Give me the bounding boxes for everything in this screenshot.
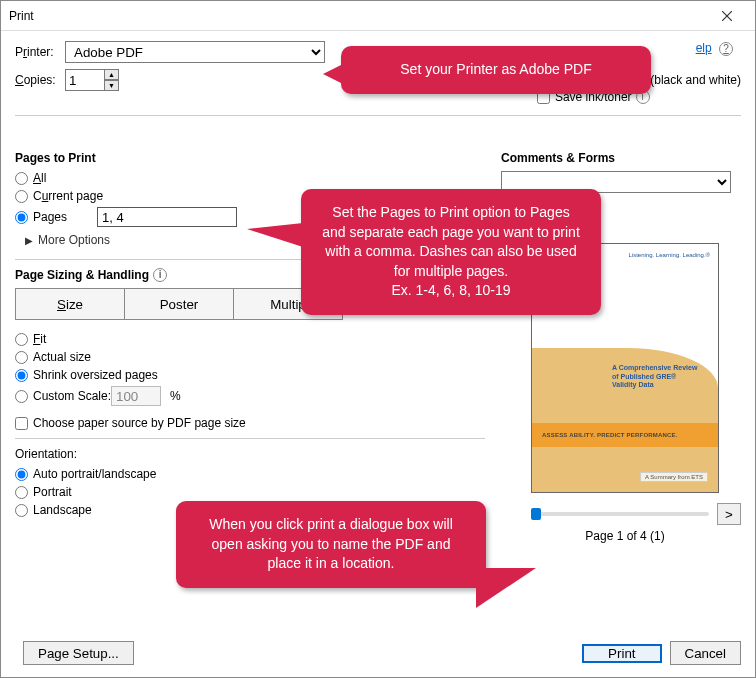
radio-auto-orient[interactable] — [15, 468, 28, 481]
copies-down[interactable]: ▼ — [104, 80, 119, 91]
size-button[interactable]: Size — [15, 288, 125, 320]
preview-summary: A Summary from ETS — [640, 472, 708, 482]
radio-all[interactable] — [15, 172, 28, 185]
page-setup-button[interactable]: Page Setup... — [23, 641, 134, 665]
radio-pages[interactable] — [15, 211, 28, 224]
radio-custom[interactable] — [15, 390, 28, 403]
pages-input[interactable] — [97, 207, 237, 227]
copies-label: Copies: — [15, 73, 65, 87]
preview-subtitle: ASSESS ABILITY. PREDICT PERFORMANCE. — [532, 423, 718, 448]
info-icon: i — [153, 268, 167, 282]
slider-thumb[interactable] — [531, 508, 541, 520]
preview-page-info: Page 1 of 4 (1) — [531, 529, 719, 543]
comments-heading: Comments & Forms — [501, 151, 741, 165]
radio-portrait-label: Portrait — [33, 485, 72, 499]
choose-paper-checkbox[interactable] — [15, 417, 28, 430]
cancel-button[interactable]: Cancel — [670, 641, 742, 665]
pages-to-print-heading: Pages to Print — [15, 151, 485, 165]
preview-tagline: Listening. Learning. Leading.® — [629, 252, 710, 258]
radio-all-label: All — [33, 171, 46, 185]
orientation-heading: Orientation: — [15, 447, 485, 461]
radio-custom-label: Custom Scale: — [33, 389, 111, 403]
print-button[interactable]: Print — [582, 644, 661, 663]
help-link[interactable]: elp ? — [696, 41, 733, 56]
radio-auto-label: Auto portrait/landscape — [33, 467, 156, 481]
help-icon: ? — [719, 42, 733, 56]
copies-input[interactable] — [65, 69, 105, 91]
poster-button[interactable]: Poster — [124, 288, 234, 320]
radio-current-label: Current page — [33, 189, 103, 203]
close-icon — [722, 11, 732, 21]
copies-up[interactable]: ▲ — [104, 69, 119, 80]
close-button[interactable] — [707, 2, 747, 30]
radio-landscape-label: Landscape — [33, 503, 92, 517]
radio-portrait[interactable] — [15, 486, 28, 499]
copies-spinner[interactable]: ▲ ▼ — [104, 69, 119, 91]
radio-landscape[interactable] — [15, 504, 28, 517]
printer-label: Printer: — [15, 45, 65, 59]
printer-select[interactable]: Adobe PDF — [65, 41, 325, 63]
radio-pages-label: Pages — [33, 210, 67, 224]
sizing-heading: Page Sizing & Handling — [15, 268, 149, 282]
window-title: Print — [9, 9, 707, 23]
radio-shrink[interactable] — [15, 369, 28, 382]
annotation-callout-2: Set the Pages to Print option to Pages a… — [301, 189, 601, 315]
annotation-callout-1: Set your Printer as Adobe PDF — [341, 46, 651, 94]
preview-title: A Comprehensive Review of Published GRE®… — [612, 364, 708, 389]
print-dialog: Print elp ? Printer: Adobe PDF Copies: ▲… — [0, 0, 756, 678]
preview-next-button[interactable]: > — [717, 503, 741, 525]
custom-scale-input — [111, 386, 161, 406]
radio-fit-label: Fit — [33, 332, 46, 346]
more-options-label: More Options — [38, 233, 110, 247]
choose-paper-label: Choose paper source by PDF page size — [33, 416, 246, 430]
radio-actual-label: Actual size — [33, 350, 91, 364]
titlebar: Print — [1, 1, 755, 31]
radio-fit[interactable] — [15, 333, 28, 346]
preview-slider[interactable] — [531, 512, 709, 516]
radio-current[interactable] — [15, 190, 28, 203]
annotation-callout-3: When you click print a dialogue box will… — [176, 501, 486, 588]
chevron-right-icon: ▶ — [25, 235, 33, 246]
divider — [15, 438, 485, 439]
percent-label: % — [170, 389, 181, 403]
radio-shrink-label: Shrink oversized pages — [33, 368, 158, 382]
radio-actual[interactable] — [15, 351, 28, 364]
divider — [15, 115, 741, 116]
